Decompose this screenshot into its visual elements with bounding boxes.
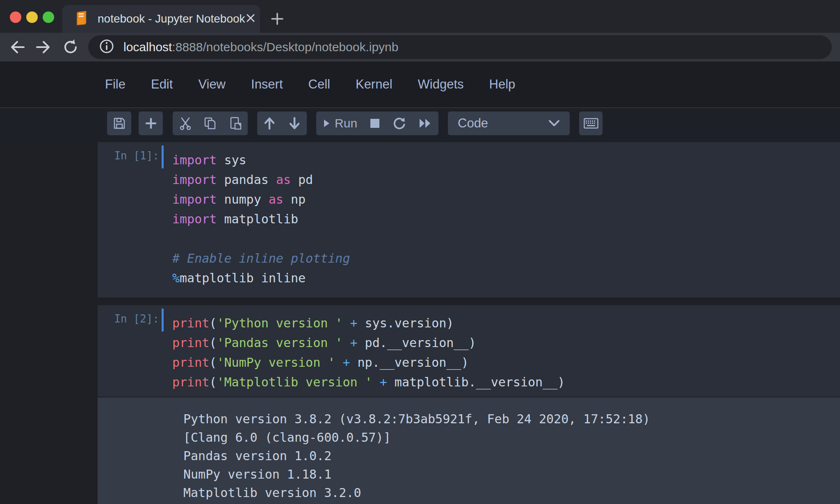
code-token: sys bbox=[217, 153, 246, 167]
browser-tab[interactable]: notebook - Jupyter Notebook bbox=[62, 5, 260, 33]
code-token: + bbox=[350, 336, 357, 350]
reload-button[interactable] bbox=[60, 36, 81, 58]
cell-type-value: Code bbox=[458, 116, 488, 131]
code-token: ( bbox=[209, 336, 217, 350]
window-close-button[interactable] bbox=[10, 11, 21, 23]
text-cursor bbox=[162, 309, 164, 331]
code-token: ( bbox=[209, 355, 217, 370]
move-cell-up-button[interactable] bbox=[263, 117, 276, 130]
code-token bbox=[372, 375, 380, 389]
run-button-group: Run bbox=[316, 111, 438, 135]
code-token: import bbox=[172, 192, 217, 207]
menu-widgets[interactable]: Widgets bbox=[418, 77, 464, 92]
code-token: ( bbox=[209, 375, 217, 389]
output-line: NumPy version 1.18.1 bbox=[183, 465, 840, 484]
code-token: + bbox=[342, 355, 350, 370]
code-line: print('Pandas version ' + pd.__version__… bbox=[172, 333, 840, 353]
code-token: pd.__version__) bbox=[358, 336, 476, 350]
code-token: print bbox=[172, 316, 209, 330]
code-line: print('Python version ' + sys.version) bbox=[172, 313, 840, 333]
code-line: %matplotlib inline bbox=[172, 268, 840, 288]
cell-output-text: Python version 3.8.2 (v3.8.2:7b3ab5921f,… bbox=[183, 410, 840, 502]
code-token: import bbox=[172, 173, 217, 187]
code-token: np bbox=[283, 192, 306, 207]
menu-insert[interactable]: Insert bbox=[251, 77, 283, 92]
play-icon bbox=[322, 118, 331, 128]
menu-cell[interactable]: Cell bbox=[308, 77, 330, 92]
command-palette-button[interactable] bbox=[579, 111, 603, 135]
code-token: pandas bbox=[217, 173, 276, 187]
input-prompt: In [2]: bbox=[98, 313, 159, 325]
code-token: 'Pandas version ' bbox=[217, 336, 342, 350]
stop-icon bbox=[370, 118, 380, 129]
code-token: + bbox=[380, 375, 387, 389]
code-token: np.__version__) bbox=[350, 355, 468, 370]
code-token bbox=[335, 355, 342, 370]
run-label: Run bbox=[335, 116, 357, 130]
page-info-icon[interactable] bbox=[99, 39, 114, 56]
paste-cell-button[interactable] bbox=[228, 116, 242, 130]
code-token: as bbox=[276, 173, 291, 187]
code-token: matplotlib.__version__) bbox=[387, 375, 565, 389]
menu-file[interactable]: File bbox=[105, 77, 126, 92]
menu-kernel[interactable]: Kernel bbox=[356, 77, 393, 92]
restart-icon bbox=[393, 117, 406, 130]
tab-close-icon[interactable] bbox=[245, 13, 256, 25]
tab-title: notebook - Jupyter Notebook bbox=[98, 12, 245, 25]
new-tab-button[interactable] bbox=[267, 9, 287, 29]
code-line: print('NumPy version ' + np.__version__) bbox=[172, 353, 840, 372]
menu-view[interactable]: View bbox=[198, 77, 226, 92]
add-cell-button[interactable] bbox=[139, 111, 163, 135]
menu-edit[interactable]: Edit bbox=[151, 77, 173, 92]
output-line: Matplotlib version 3.2.0 bbox=[183, 484, 840, 502]
restart-kernel-button[interactable] bbox=[393, 117, 406, 130]
menu-help[interactable]: Help bbox=[489, 77, 516, 92]
code-line: import matplotlib bbox=[172, 209, 840, 229]
window-zoom-button[interactable] bbox=[43, 11, 54, 23]
window-minimize-button[interactable] bbox=[26, 11, 38, 23]
restart-run-all-button[interactable] bbox=[418, 118, 432, 129]
url-host: localhost bbox=[123, 40, 172, 54]
code-editor[interactable]: import sysimport pandas as pdimport nump… bbox=[172, 150, 840, 297]
code-cell-1[interactable]: In [1]: import sysimport pandas as pdimp… bbox=[98, 142, 840, 297]
code-token: # Enable inline plotting bbox=[172, 251, 350, 266]
move-button-group bbox=[257, 111, 307, 135]
code-cell-2[interactable]: In [2]: print('Python version ' + sys.ve… bbox=[98, 305, 840, 397]
code-token: 'NumPy version ' bbox=[217, 355, 335, 370]
url-text: localhost:8888/notebooks/Desktop/noteboo… bbox=[123, 40, 398, 54]
code-token: ( bbox=[209, 316, 217, 330]
code-token bbox=[342, 316, 350, 330]
jupyter-toolbar: Run Code bbox=[0, 108, 840, 142]
cut-cell-button[interactable] bbox=[178, 116, 192, 130]
fast-forward-icon bbox=[418, 118, 432, 129]
output-line: Python version 3.8.2 (v3.8.2:7b3ab5921f,… bbox=[183, 410, 840, 428]
input-prompt: In [1]: bbox=[98, 150, 159, 162]
url-path: :8888/notebooks/Desktop/notebook.ipynb bbox=[172, 40, 398, 54]
code-token: numpy bbox=[217, 192, 268, 207]
cell-output-area: Python version 3.8.2 (v3.8.2:7b3ab5921f,… bbox=[98, 397, 840, 504]
code-token: print bbox=[172, 336, 209, 350]
code-line: # Enable inline plotting bbox=[172, 249, 840, 268]
code-token: sys.version) bbox=[358, 316, 454, 330]
interrupt-kernel-button[interactable] bbox=[370, 118, 380, 129]
code-token: matplotlib bbox=[217, 212, 298, 226]
move-cell-down-button[interactable] bbox=[288, 117, 301, 130]
code-token: + bbox=[350, 316, 357, 330]
browser-tab-strip: notebook - Jupyter Notebook bbox=[0, 0, 840, 33]
code-token: 'Matplotlib version ' bbox=[217, 375, 372, 389]
edit-button-group bbox=[173, 111, 248, 135]
code-line: import sys bbox=[172, 150, 840, 170]
url-field[interactable]: localhost:8888/notebooks/Desktop/noteboo… bbox=[88, 35, 832, 59]
code-line: print('Matplotlib version ' + matplotlib… bbox=[172, 372, 840, 392]
copy-cell-button[interactable] bbox=[203, 116, 217, 130]
back-button[interactable] bbox=[7, 36, 28, 58]
jupyter-menubar: File Edit View Insert Cell Kernel Widget… bbox=[0, 61, 840, 107]
cell-type-dropdown[interactable]: Code bbox=[448, 111, 570, 135]
run-cell-button[interactable]: Run bbox=[322, 116, 357, 130]
save-button[interactable] bbox=[107, 111, 131, 135]
code-line: import pandas as pd bbox=[172, 170, 840, 190]
chevron-down-icon bbox=[548, 120, 560, 127]
code-editor[interactable]: print('Python version ' + sys.version)pr… bbox=[172, 313, 840, 397]
forward-button[interactable] bbox=[33, 36, 54, 58]
code-token: print bbox=[172, 375, 209, 389]
